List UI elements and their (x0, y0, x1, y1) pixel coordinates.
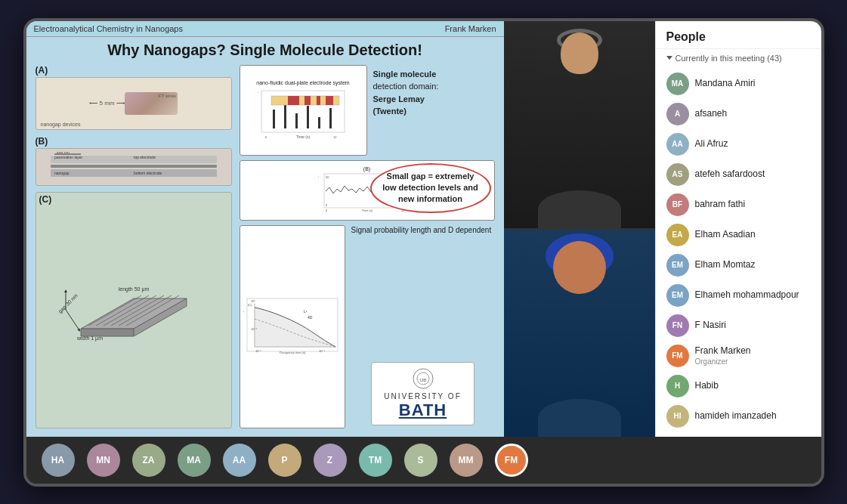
person-name: bahram fathi (695, 199, 811, 211)
highlight-text: Small gap = extremely low detection leve… (382, 172, 478, 204)
participant-avatar[interactable]: P (268, 444, 301, 477)
svg-text:50: 50 (326, 175, 329, 179)
person-info: F Nasiri (695, 320, 811, 332)
panel-a-label: (A) (36, 65, 232, 76)
graph-b-label: (B) (363, 166, 370, 172)
participant-avatar[interactable]: S (404, 444, 437, 477)
highlight-box: Small gap = extremely low detection leve… (370, 163, 491, 213)
panel-c-container: (C) (36, 192, 232, 428)
people-panel: People Currently in this meeting (43) MA… (655, 21, 821, 437)
slide-title: Why Nanogaps? Single Molecule Detection! (36, 42, 495, 59)
participant-avatar[interactable]: AA (223, 444, 256, 477)
panel-a-image: ⟵ 5 mm ⟶ FT wires nanogap devices (36, 77, 232, 130)
person-item: AS atefeh safardoost (656, 159, 821, 190)
person1-head (561, 32, 598, 74)
person1-silhouette (504, 21, 655, 228)
person-name: Elham Momtaz (695, 259, 811, 271)
person-name: atefeh safardoost (695, 169, 811, 181)
person2-face (553, 241, 606, 294)
svg-text:gap 30 nm: gap 30 nm (58, 292, 79, 314)
svg-text:0: 0 (265, 135, 267, 139)
svg-rect-30 (329, 108, 332, 128)
person-name: afsaneh (695, 108, 811, 120)
probability-graph: Probability Occupancy time (s) (243, 296, 342, 357)
bath-logo: UB UNIVERSITY OF BATH (371, 362, 475, 425)
svg-rect-33 (304, 96, 311, 105)
bath-logo-area: UB UNIVERSITY OF BATH (351, 236, 495, 428)
panel-b-svg: passivation layer top electrode nanogap … (51, 152, 217, 182)
avatar: BF (666, 193, 689, 216)
svg-text:Occupancy: Occupancy (258, 87, 258, 102)
person-info: Elham Asadian (695, 229, 811, 241)
slide-left: (A) ⟵ 5 mm ⟶ FT wires nanogap devices (36, 65, 232, 428)
bottom-right-col: Signal probability length and D dependen… (351, 225, 495, 428)
people-header: People (656, 21, 821, 49)
svg-text:4D: 4D (308, 315, 313, 320)
participant-avatar[interactable]: TM (359, 444, 392, 477)
participant-avatar[interactable]: MA (178, 444, 211, 477)
participant-avatar[interactable]: MN (87, 444, 120, 477)
svg-text:200 nm: 200 nm (57, 152, 70, 154)
svg-text:10⁻⁵: 10⁻⁵ (255, 349, 261, 353)
participant-avatar[interactable]: Z (314, 444, 347, 477)
person-info: Elham Momtaz (695, 259, 811, 271)
svg-line-21 (66, 310, 79, 330)
person-info: Habib (695, 380, 811, 392)
presentation-area: Electroanalytical Chemistry in Nanogaps … (26, 21, 504, 437)
svg-text:Time (s): Time (s) (296, 135, 310, 139)
video-bottom-attendee (504, 230, 655, 437)
right-bottom: Probability Occupancy time (s) (240, 225, 495, 428)
person-item: EA Elham Asadian (656, 220, 821, 250)
person-item: A afsaneh (656, 99, 821, 129)
bath-name-text: BATH (384, 400, 462, 420)
panel-b-label: (B) (36, 136, 232, 147)
svg-text:L¹: L¹ (304, 309, 308, 314)
slide-content: Why Nanogaps? Single Molecule Detection!… (26, 37, 504, 437)
avatar: AA (666, 133, 689, 156)
svg-text:0: 0 (326, 209, 328, 212)
participant-avatar[interactable]: FM (495, 444, 528, 477)
svg-text:Time (s): Time (s) (361, 209, 372, 212)
person-info: atefeh safardoost (695, 169, 811, 181)
svg-text:10⁻²: 10⁻² (251, 327, 257, 331)
slide-right: nano-fluidic dual-plate electrode system… (240, 65, 495, 428)
person-item: EM Elham Momtaz (656, 250, 821, 280)
svg-rect-34 (317, 96, 320, 105)
participant-avatar[interactable]: HA (42, 444, 75, 477)
person-name: Ali Afruz (695, 138, 811, 150)
main-area: Electroanalytical Chemistry in Nanogaps … (26, 21, 821, 437)
avatar: MA (666, 73, 689, 95)
person-name: hamideh imanzadeh (695, 410, 811, 422)
avatar: EA (666, 224, 689, 246)
person-info: afsaneh (695, 108, 811, 120)
person-info: bahram fathi (695, 199, 811, 211)
person-item: EM Elhameh mohammadpour (656, 280, 821, 311)
person-item: AA Ali Afruz (656, 129, 821, 159)
slide-header-right: Frank Marken (445, 24, 496, 33)
avatar: H (666, 375, 689, 397)
device-frame: Electroanalytical Chemistry in Nanogaps … (23, 18, 824, 487)
right-top: nano-fluidic dual-plate electrode system… (240, 65, 495, 156)
single-molecule-text: Single moleculedetection domain:Serge Le… (373, 65, 495, 156)
svg-text:10⁻³: 10⁻³ (319, 349, 325, 353)
svg-text:Occupancy time (s): Occupancy time (s) (279, 351, 305, 354)
svg-rect-32 (288, 96, 299, 105)
video-top-presenter (504, 21, 655, 230)
graph-panel-a: nano-fluidic dual-plate electrode system… (240, 65, 367, 156)
people-list: MA Mandana Amiri A afsaneh AA Ali Afruz … (656, 66, 821, 437)
person-item: H Habib (656, 371, 821, 401)
person-name: Elham Asadian (695, 229, 811, 241)
person2-silhouette (504, 230, 655, 437)
bath-seal: UB (412, 367, 434, 390)
panel-b-image: passivation layer top electrode nanogap … (36, 148, 232, 186)
person-item: FN F Nasiri (656, 311, 821, 341)
svg-text:width 1 μm: width 1 μm (76, 335, 103, 342)
person-info: hamideh imanzadeh (695, 410, 811, 422)
chevron-down-icon[interactable] (666, 56, 672, 60)
person-info: Elhameh mohammadpour (695, 289, 811, 301)
participant-avatar[interactable]: MM (450, 444, 483, 477)
person-name: F Nasiri (695, 320, 811, 332)
video-column (504, 21, 655, 437)
panel-a-container: (A) ⟵ 5 mm ⟶ FT wires nanogap devices (36, 65, 232, 130)
participant-avatar[interactable]: ZA (132, 444, 165, 477)
